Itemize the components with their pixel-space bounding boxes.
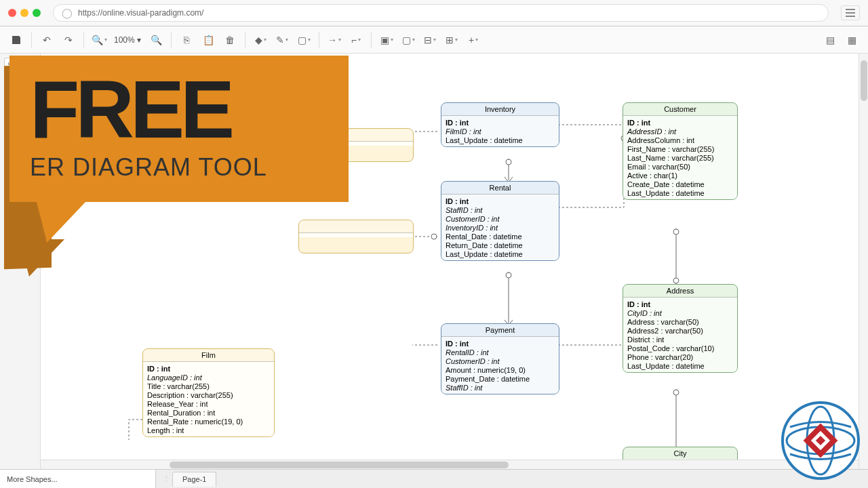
entity-field: Release_Year : int	[147, 399, 270, 408]
entity-field: Rental_Duration : int	[147, 408, 270, 417]
svg-point-6	[431, 234, 437, 239]
save-button[interactable]	[7, 30, 26, 49]
tab-drag-handle[interactable]: ⋮⋮	[163, 472, 170, 486]
paste-button[interactable]: 📋	[199, 30, 218, 49]
entity-field: InventoryID : int	[446, 223, 555, 232]
format-panel-button[interactable]: ▤	[821, 30, 840, 49]
entity-field: Description : varchar(255)	[147, 390, 270, 399]
entity-field: Length : int	[147, 426, 270, 434]
add-button[interactable]: +	[464, 30, 483, 49]
line-color-button[interactable]: ✎	[273, 30, 292, 49]
entity-title: Film	[143, 349, 274, 362]
horizontal-scrollbar[interactable]	[41, 460, 859, 469]
entity-field: RentalID : int	[446, 348, 555, 357]
distribute-button[interactable]: ⊞	[442, 30, 461, 49]
entity-field: Amount : numeric(19, 0)	[446, 365, 555, 374]
entity-field: Rental_Rate : numeric(19, 0)	[147, 417, 270, 426]
undo-button[interactable]: ↶	[37, 30, 56, 49]
entity-field: CityID : int	[627, 308, 733, 317]
entity-field: Last_Update : datetime	[446, 249, 555, 258]
entity-rental[interactable]: Rental ID : intStaffID : intCustomerID :…	[441, 181, 559, 261]
page-tab-1[interactable]: Page-1	[172, 472, 216, 487]
entity-field: First_Name : varchar(255)	[627, 144, 733, 153]
entity-field: ID : int	[147, 364, 270, 373]
entity-field: Phone : varchar(20)	[627, 352, 733, 361]
promo-ribbon: FREE ER DIAGRAM TOOL	[9, 56, 349, 243]
entity-title: Customer	[623, 103, 737, 116]
entity-field: District : int	[627, 335, 733, 344]
svg-point-3	[673, 278, 679, 283]
minimize-window-icon[interactable]	[20, 9, 28, 17]
svg-point-5	[673, 390, 679, 395]
entity-field: Email : varchar(50)	[627, 162, 733, 171]
entity-field: Rental_Date : datetime	[446, 232, 555, 241]
entity-field: Active : char(1)	[627, 171, 733, 180]
entity-field: FilmID : int	[446, 127, 555, 136]
zoom-in-button[interactable]: 🔍	[146, 30, 165, 49]
entity-field: ID : int	[627, 300, 733, 308]
entity-title: City	[623, 447, 737, 460]
close-window-icon[interactable]	[8, 9, 16, 17]
delete-button[interactable]: 🗑	[220, 30, 239, 49]
outline-panel-button[interactable]: ▦	[842, 30, 861, 49]
entity-field: Last_Update : datetime	[446, 136, 555, 144]
entity-title: Address	[623, 285, 737, 298]
align-button[interactable]: ⊟	[420, 30, 439, 49]
svg-point-4	[506, 272, 511, 278]
maximize-window-icon[interactable]	[33, 9, 41, 17]
entity-field: ID : int	[446, 197, 555, 205]
zoom-out-button[interactable]: 🔍	[90, 30, 108, 49]
svg-point-2	[673, 229, 679, 235]
waypoint-style-button[interactable]: ⌐	[347, 30, 366, 49]
browser-chrome: ◯ https://online.visual-paradigm.com/	[0, 0, 868, 26]
entity-field: Last_Name : varchar(255)	[627, 153, 733, 162]
fill-color-button[interactable]: ◆	[251, 30, 270, 49]
entity-field: CustomerID : int	[446, 214, 555, 223]
entity-field: ID : int	[446, 339, 555, 348]
url-text: https://online.visual-paradigm.com/	[78, 8, 203, 18]
ribbon-subtitle: ER DIAGRAM TOOL	[30, 153, 328, 182]
entity-address[interactable]: Address ID : intCityID : intAddress : va…	[623, 284, 738, 373]
connector-style-button[interactable]: →	[325, 30, 344, 49]
shadow-button[interactable]: ▢	[294, 30, 313, 49]
entity-film[interactable]: Film ID : intLanguageID : intTitle : var…	[142, 348, 275, 437]
entity-payment[interactable]: Payment ID : intRentalID : intCustomerID…	[441, 323, 559, 394]
copy-button[interactable]: ⎘	[177, 30, 196, 49]
front-button[interactable]: ▣	[377, 30, 396, 49]
entity-field: Last_Update : datetime	[627, 188, 733, 197]
entity-inventory[interactable]: Inventory ID : intFilmID : intLast_Updat…	[441, 102, 559, 147]
svg-point-0	[506, 159, 511, 165]
entity-title: Inventory	[441, 103, 559, 116]
entity-field: StaffID : int	[446, 205, 555, 214]
toolbar: ↶ ↷ 🔍 100% ▾ 🔍 ⎘ 📋 🗑 ◆ ✎ ▢ → ⌐ ▣ ▢ ⊟ ⊞ +…	[0, 26, 868, 54]
entity-title: Rental	[441, 182, 559, 195]
entity-field: ID : int	[446, 118, 555, 127]
entity-field: LanguageID : int	[147, 373, 270, 382]
entity-field: CustomerID : int	[446, 357, 555, 365]
entity-field: AddressColumn : int	[627, 136, 733, 144]
entity-field: Create_Date : datetime	[627, 180, 733, 188]
entity-field: Address : varchar(50)	[627, 317, 733, 326]
entity-field: Title : varchar(255)	[147, 382, 270, 390]
url-bar[interactable]: ◯ https://online.visual-paradigm.com/	[53, 4, 829, 22]
entity-field: Postal_Code : varchar(10)	[627, 344, 733, 352]
entity-field: Return_Date : datetime	[446, 241, 555, 249]
info-icon: ◯	[62, 7, 73, 18]
entity-field: AddressID : int	[627, 127, 733, 136]
entity-field: Payment_Date : datetime	[446, 374, 555, 383]
more-shapes-button[interactable]: More Shapes...	[0, 469, 156, 488]
brand-logo-icon	[780, 400, 861, 481]
redo-button[interactable]: ↷	[59, 30, 78, 49]
hamburger-menu-icon[interactable]	[841, 5, 860, 20]
entity-field: Last_Update : datetime	[627, 361, 733, 370]
zoom-level[interactable]: 100% ▾	[111, 35, 144, 45]
ribbon-title: FREE	[30, 70, 328, 148]
entity-title: Payment	[441, 324, 559, 337]
entity-field: Address2 : varchar(50)	[627, 326, 733, 335]
entity-field: StaffID : int	[446, 383, 555, 392]
entity-customer[interactable]: Customer ID : intAddressID : intAddressC…	[623, 102, 738, 200]
entity-field: ID : int	[627, 118, 733, 127]
back-button[interactable]: ▢	[399, 30, 418, 49]
